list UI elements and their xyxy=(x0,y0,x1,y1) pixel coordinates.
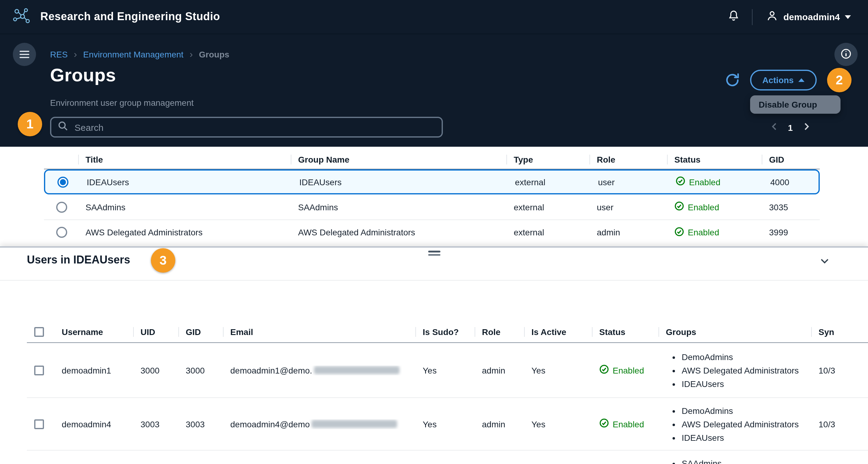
status-label: Enabled xyxy=(613,365,644,375)
collapse-split-panel-button[interactable] xyxy=(816,254,833,269)
breadcrumb-link-environment-management[interactable]: Environment Management xyxy=(83,50,183,59)
check-circle-icon xyxy=(599,418,609,430)
page-header: RES › Environment Management › Groups Gr… xyxy=(0,34,868,147)
column-header-synced-on: Syn xyxy=(811,326,868,338)
brand: Research and Engineering Studio xyxy=(11,6,220,27)
row-checkbox[interactable] xyxy=(34,365,44,375)
column-header-status: Status xyxy=(592,326,658,338)
user-icon xyxy=(766,10,778,24)
group-list-item: IDEAUsers xyxy=(682,431,811,444)
user-groups: DemoAdmins AWS Delegated Administrators … xyxy=(658,350,811,390)
user-is-active: Yes xyxy=(524,365,592,375)
row-radio[interactable] xyxy=(56,227,67,238)
user-row-partial[interactable]: SAAdmins xyxy=(27,451,868,464)
user-uid: 3000 xyxy=(133,365,178,375)
column-header-groups: Groups xyxy=(658,326,811,338)
user-username: demoadmin1 xyxy=(54,365,133,375)
user-menu-button[interactable]: demoadmin4 xyxy=(763,9,855,25)
group-name: SAAdmins xyxy=(291,202,506,212)
check-circle-icon xyxy=(599,364,609,376)
status-label: Enabled xyxy=(689,177,720,187)
caret-down-icon xyxy=(845,15,851,19)
group-name: AWS Delegated Administrators xyxy=(291,227,506,237)
column-header-uid: UID xyxy=(133,326,178,338)
split-panel-title: Users in IDEAUsers xyxy=(27,254,130,266)
group-gid: 4000 xyxy=(763,177,818,187)
search-box xyxy=(50,117,443,138)
group-row-aws-delegated-administrators[interactable]: AWS Delegated Administrators AWS Delegat… xyxy=(44,220,820,244)
split-panel-drag-handle[interactable] xyxy=(424,250,444,257)
search-input[interactable] xyxy=(73,121,436,133)
user-name: demoadmin4 xyxy=(783,11,840,22)
column-header-title: Title xyxy=(78,153,291,166)
dropdown-item-disable-group[interactable]: Disable Group xyxy=(750,95,840,114)
status-badge: Enabled xyxy=(592,418,658,430)
res-logo-icon xyxy=(11,6,32,27)
group-type: external xyxy=(506,227,589,237)
annotation-marker-3: 3 xyxy=(151,248,175,273)
row-checkbox[interactable] xyxy=(34,419,44,429)
chevron-left-icon xyxy=(770,122,779,133)
group-role: user xyxy=(591,177,668,187)
select-all-checkbox[interactable] xyxy=(34,327,44,337)
email-redaction xyxy=(312,420,397,428)
column-header-gid: GID xyxy=(762,153,820,166)
pagination: 1 xyxy=(769,120,812,135)
app-viewport: Research and Engineering Studio xyxy=(0,0,868,464)
notifications-button[interactable] xyxy=(725,7,742,26)
group-name: IDEAUsers xyxy=(292,177,507,187)
current-page[interactable]: 1 xyxy=(788,122,793,132)
next-page-button[interactable] xyxy=(800,120,812,135)
actions-button[interactable]: Actions xyxy=(750,70,817,90)
actions-dropdown: Disable Group xyxy=(750,95,840,114)
user-synced-on: 10/3 xyxy=(811,419,868,429)
row-radio[interactable] xyxy=(56,201,67,212)
breadcrumb-separator-icon: › xyxy=(190,50,193,59)
info-button[interactable] xyxy=(834,43,858,66)
chevron-down-icon xyxy=(819,255,830,268)
side-nav-toggle-button[interactable] xyxy=(13,43,36,66)
actions-button-label: Actions xyxy=(762,75,794,85)
status-label: Enabled xyxy=(688,202,719,212)
status-label: Enabled xyxy=(613,419,644,429)
breadcrumb-link-res[interactable]: RES xyxy=(50,50,68,59)
group-list-item: AWS Delegated Administrators xyxy=(682,364,811,377)
user-groups: SAAdmins xyxy=(658,457,811,464)
group-row-ideausers[interactable]: IDEAUsers IDEAUsers external user Enable… xyxy=(44,169,820,195)
info-icon xyxy=(840,48,852,61)
bell-icon xyxy=(728,10,740,24)
group-role: user xyxy=(589,202,667,212)
group-title: IDEAUsers xyxy=(80,177,292,187)
user-row-demoadmin1[interactable]: demoadmin1 3000 3000 demoadmin1@demo. Ye… xyxy=(27,343,868,398)
user-gid: 3003 xyxy=(178,419,223,429)
group-title: SAAdmins xyxy=(78,202,291,212)
column-header-group-name: Group Name xyxy=(291,153,506,166)
check-circle-icon xyxy=(676,176,685,188)
group-role: admin xyxy=(589,227,667,237)
user-gid: 3000 xyxy=(178,365,223,375)
status-badge: Enabled xyxy=(667,201,762,213)
previous-page-button[interactable] xyxy=(769,120,781,135)
status-badge: Enabled xyxy=(668,176,763,188)
refresh-button[interactable] xyxy=(724,72,741,89)
column-header-email: Email xyxy=(223,326,415,338)
caret-up-icon xyxy=(799,78,805,82)
group-list-item: AWS Delegated Administrators xyxy=(682,417,811,431)
top-navigation: Research and Engineering Studio xyxy=(0,0,868,34)
split-panel: Users in IDEAUsers Username UID GID Emai… xyxy=(0,246,868,464)
user-row-demoadmin4[interactable]: demoadmin4 3003 3003 demoadmin4@demo Yes… xyxy=(27,398,868,451)
breadcrumb: RES › Environment Management › Groups xyxy=(50,50,229,59)
group-row-saadmins[interactable]: SAAdmins SAAdmins external user Enabled … xyxy=(44,195,820,220)
status-badge: Enabled xyxy=(667,227,762,238)
breadcrumb-current: Groups xyxy=(199,50,229,59)
group-list-item: IDEAUsers xyxy=(682,377,811,390)
group-type: external xyxy=(507,177,591,187)
user-uid: 3003 xyxy=(133,419,178,429)
status-badge: Enabled xyxy=(592,364,658,376)
user-username: demoadmin4 xyxy=(54,419,133,429)
menu-icon xyxy=(20,54,29,55)
user-is-sudo: Yes xyxy=(415,419,475,429)
page-title: Groups xyxy=(50,65,116,86)
row-radio-selected[interactable] xyxy=(57,176,68,187)
group-list-item: DemoAdmins xyxy=(682,350,811,364)
